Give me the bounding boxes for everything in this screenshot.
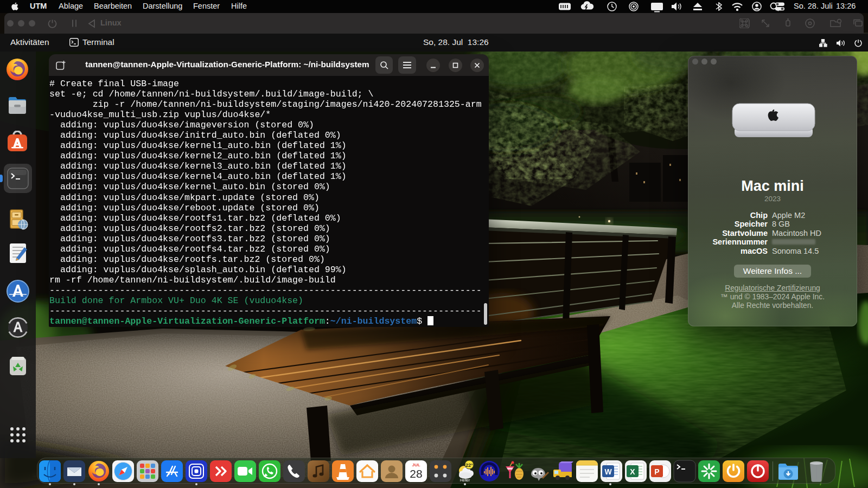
svg-text:X: X (630, 467, 635, 476)
svg-text:28: 28 (410, 467, 422, 480)
svg-text:JUL: JUL (412, 463, 420, 467)
svg-text:22°: 22° (465, 463, 473, 468)
svg-text:W: W (604, 467, 612, 476)
svg-text:P: P (654, 467, 659, 476)
